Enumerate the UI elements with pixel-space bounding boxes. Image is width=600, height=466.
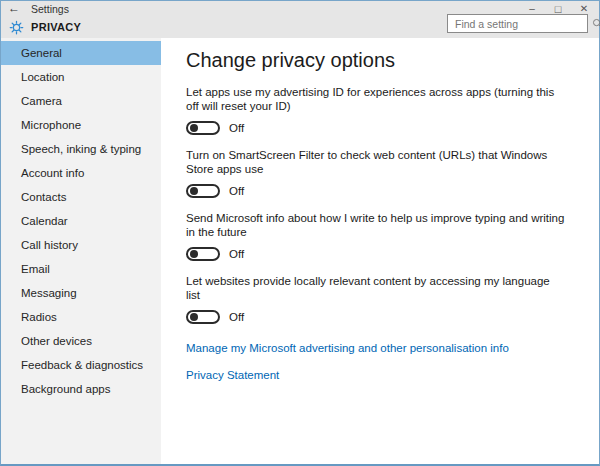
toggle-knob — [190, 313, 198, 321]
sidebar-item-other-devices[interactable]: Other devices — [1, 329, 161, 353]
back-button[interactable]: ← — [1, 2, 27, 15]
search-box[interactable] — [447, 14, 588, 33]
smartscreen-toggle-state: Off — [229, 185, 244, 197]
smartscreen-description: Turn on SmartScreen Filter to check web … — [186, 148, 566, 176]
advertising-id-toggle[interactable] — [186, 121, 220, 135]
sidebar-item-microphone[interactable]: Microphone — [1, 113, 161, 137]
sidebar-item-location[interactable]: Location — [1, 65, 161, 89]
sidebar-item-background-apps[interactable]: Background apps — [1, 377, 161, 401]
gear-icon — [1, 20, 31, 35]
sidebar-item-calendar[interactable]: Calendar — [1, 209, 161, 233]
sidebar-item-general[interactable]: General — [1, 41, 161, 65]
window-title: Settings — [31, 3, 69, 15]
main-content: Change privacy options Let apps use my a… — [161, 38, 599, 464]
main-heading: Change privacy options — [186, 49, 579, 72]
manage-advertising-link[interactable]: Manage my Microsoft advertising and othe… — [186, 342, 566, 354]
typing-info-setting: Send Microsoft info about how I write to… — [186, 211, 566, 261]
sidebar: General Location Camera Microphone Speec… — [1, 38, 161, 464]
page-title: PRIVACY — [31, 21, 81, 33]
toggle-knob — [190, 124, 198, 132]
smartscreen-setting: Turn on SmartScreen Filter to check web … — [186, 148, 566, 198]
links-section: Manage my Microsoft advertising and othe… — [186, 342, 579, 381]
sidebar-item-radios[interactable]: Radios — [1, 305, 161, 329]
advertising-id-setting: Let apps use my advertising ID for exper… — [186, 85, 566, 135]
search-input[interactable] — [448, 18, 592, 30]
smartscreen-toggle[interactable] — [186, 184, 220, 198]
sidebar-item-camera[interactable]: Camera — [1, 89, 161, 113]
typing-info-toggle[interactable] — [186, 247, 220, 261]
sidebar-item-account-info[interactable]: Account info — [1, 161, 161, 185]
typing-info-description: Send Microsoft info about how I write to… — [186, 211, 566, 239]
sidebar-item-call-history[interactable]: Call history — [1, 233, 161, 257]
sidebar-item-contacts[interactable]: Contacts — [1, 185, 161, 209]
sidebar-item-messaging[interactable]: Messaging — [1, 281, 161, 305]
sidebar-item-feedback-diagnostics[interactable]: Feedback & diagnostics — [1, 353, 161, 377]
sidebar-item-speech-inking-typing[interactable]: Speech, inking & typing — [1, 137, 161, 161]
settings-window: ← Settings – □ ✕ PRIVACY — [0, 0, 600, 466]
toggle-knob — [190, 250, 198, 258]
typing-info-toggle-state: Off — [229, 248, 244, 260]
advertising-id-description: Let apps use my advertising ID for exper… — [186, 85, 566, 113]
language-list-toggle[interactable] — [186, 310, 220, 324]
sidebar-item-email[interactable]: Email — [1, 257, 161, 281]
language-list-toggle-state: Off — [229, 311, 244, 323]
privacy-statement-link[interactable]: Privacy Statement — [186, 369, 566, 381]
window-body: General Location Camera Microphone Speec… — [1, 38, 599, 464]
page-header: PRIVACY — [1, 16, 599, 38]
language-list-description: Let websites provide locally relevant co… — [186, 274, 566, 302]
search-icon[interactable] — [592, 18, 600, 29]
toggle-knob — [190, 187, 198, 195]
language-list-setting: Let websites provide locally relevant co… — [186, 274, 566, 324]
advertising-id-toggle-state: Off — [229, 122, 244, 134]
